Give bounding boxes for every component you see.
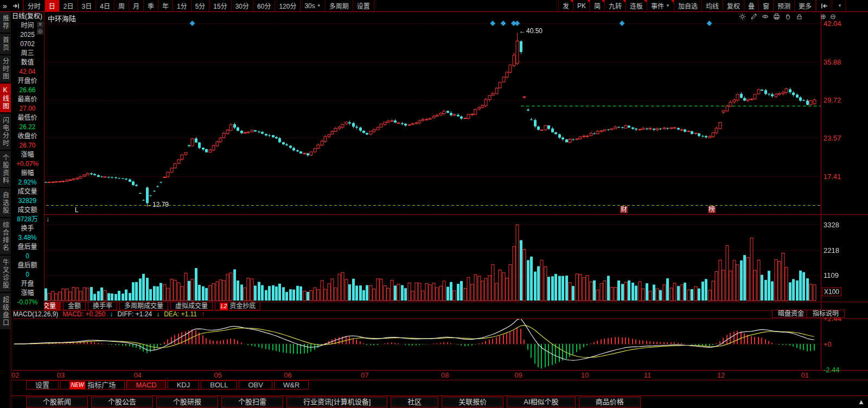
print-icon[interactable] [773,13,780,20]
toolbar-right-item-11[interactable]: 预测 [774,0,795,11]
kline-volume-divider [12,214,868,215]
bottom-bar-item-3[interactable]: 个股扫雷 [221,397,283,407]
toolbar-item-1[interactable]: 日 [45,0,60,11]
toolbar-item-2[interactable]: 2日 [60,0,78,11]
toolbar-item-10[interactable]: 5分 [192,0,210,11]
toolbar-item-9[interactable]: 1分 [173,0,192,11]
indicator-tabs: 设置NEW指标广场MACDKDJBOLLOBVW&R [26,380,309,390]
indicator-tab-6[interactable]: W&R [274,380,309,390]
toolbar-item-14[interactable]: 120分 [275,0,301,11]
toolbar-item-5[interactable]: 周 [114,0,129,11]
sidebar-item-3[interactable]: K线图 [0,84,11,112]
sidebar-item-9[interactable]: 超级盘口 [0,293,11,329]
toolbar-right-item-9[interactable]: 叠 [744,0,759,11]
toolbar-right-item-1[interactable]: PK [573,0,590,11]
pencil-icon[interactable] [750,13,757,20]
toolbar-item-7[interactable]: 季 [144,0,158,11]
indicator-tab-label: W&R [283,381,299,389]
sidebar-item-2[interactable]: 分时图 [0,55,11,82]
sidebar-item-6[interactable]: 自选股 [0,188,11,217]
volume-tab-1[interactable]: 金额 [63,302,86,310]
gear-icon[interactable] [37,28,43,35]
indicator-tab-2[interactable]: MACD [126,380,165,390]
indicator-help-button[interactable]: 指标说明 [807,310,845,318]
kline-chart-canvas[interactable] [12,11,821,214]
bottom-bar-item-8[interactable]: 商品价格 [579,397,641,407]
price-axis-label-3: 23.57 [824,134,841,142]
zoom-in-icon[interactable]: ⊕ [820,12,826,21]
indicator-tab-0[interactable]: 设置 [26,380,59,390]
scroll-top-icon[interactable]: ▲ [858,398,865,406]
volume-tab-5[interactable]: L2资金抄底 [215,302,260,310]
toolbar-item-11[interactable]: 15分 [209,0,231,11]
toolbar-item-16[interactable]: 多周期 [326,0,353,11]
toolbar-item-15[interactable]: 30s▼ [301,0,325,11]
zoom-out-icon[interactable]: ⊖ [830,12,836,21]
macd-chart-canvas[interactable] [12,318,821,370]
toolbar-item-6[interactable]: 月 [129,0,144,11]
bottom-bar-item-7[interactable]: AI相似个股 [507,397,575,407]
indicator-tab-1[interactable]: NEW指标广场 [60,380,125,390]
lock-icon[interactable] [796,13,803,20]
sidebar-item-7[interactable]: 综合排名 [0,218,11,254]
toolbar-item-8[interactable]: 年 [158,0,173,11]
jump-to-latest-icon[interactable] [10,0,23,11]
toolbar-right-item-12[interactable]: 更多 [795,0,816,11]
bottom-bar-item-4[interactable]: 行业资讯[计算机设备] [286,397,387,407]
info-row-14: 涨幅 [11,150,44,160]
close-icon[interactable]: × [37,22,43,28]
sidebar-item-4[interactable]: 闪电分时 [0,113,11,150]
dropdown-arrow-icon: ▼ [317,3,321,8]
volume-tab-label: 多周期成交量 [124,303,163,310]
sidebar-item-5[interactable]: 个股资料 [0,151,11,187]
volume-chart-canvas[interactable] [12,215,821,302]
sidebar-item-0[interactable]: 推荐 [0,12,11,33]
toolbar-right-item-4[interactable]: 连板 [626,0,647,11]
toolbar-right-item-5[interactable]: 事件▼ [647,0,674,11]
toolbar-right-item-8[interactable]: 复权 [723,0,744,11]
sidebar-expand-icon[interactable]: » [0,0,10,11]
toolbar-right-item-10[interactable]: 窗 [759,0,774,11]
bottom-bar-item-5[interactable]: 社区 [391,397,438,407]
indicator-tab-3[interactable]: KDJ [168,380,200,390]
sidebar-item-8[interactable]: 牛叉诊股 [0,256,11,292]
indicator-tab-4[interactable]: BOLL [201,380,237,390]
volume-tab-label: 虚拟成交量 [175,303,208,310]
zoom-tools: ⊕ ⊖ [820,12,836,21]
volume-tab-2[interactable]: 换手率 [88,302,117,310]
toolbar-right-item-6[interactable]: 加自选 [674,0,702,11]
info-row-18: 成交量 [11,187,44,196]
toolbar-item-17[interactable]: 设置 [353,0,374,11]
collapse-toolbar-icon[interactable] [816,0,832,11]
bang-event-badge[interactable]: 榜 [708,206,716,213]
volume-tab-4[interactable]: 虚拟成交量 [170,302,213,310]
toolbar-right-item-0[interactable]: 发 [558,0,573,11]
bottom-bar-item-6[interactable]: 关联报价 [442,397,503,407]
sidebar-item-1[interactable]: 首页 [0,34,11,54]
bottom-bar-item-1[interactable]: 个股公告 [91,397,153,407]
hand-icon[interactable] [784,13,792,20]
toolbar-right-item-3[interactable]: 九转 [605,0,626,11]
bottom-bar-item-0[interactable]: 个股新闻 [26,397,88,407]
bottom-bar-item-2[interactable]: 个股研报 [156,397,218,407]
toolbar-right-item-2[interactable]: 简 [590,0,605,11]
indicator-tab-5[interactable]: OBV [239,380,272,390]
eye-icon[interactable] [762,13,769,20]
dark-pool-funds-button[interactable]: 暗盘资金 [772,310,810,318]
volume-tab-3[interactable]: 多周期成交量 [119,302,168,310]
toolbar-item-0[interactable]: 分时 [23,0,45,11]
toolbar-item-13[interactable]: 60分 [253,0,275,11]
toolbar-overflow-dropdown[interactable]: ▼ [832,0,846,11]
volume-tab-label: 换手率 [93,303,112,310]
toolbar-item-12[interactable]: 30分 [232,0,253,11]
toolbar-right-item-7[interactable]: 均线 [702,0,723,11]
toolbar-item-4[interactable]: 4日 [96,0,114,11]
toolbar-item-3[interactable]: 3日 [78,0,97,11]
gear-icon[interactable] [739,13,746,20]
cai-event-badge[interactable]: 财 [620,206,628,213]
indicator-tab-label: MACD [136,381,156,389]
price-axis-label-4: 17.41 [824,173,841,181]
month-label-3: 05 [214,371,222,379]
macd-header: MACD(12,26,9)MACD: +0.250↓DIFF: +1.24↓DE… [13,311,209,318]
info-row-24: 盘后量 [11,243,44,252]
